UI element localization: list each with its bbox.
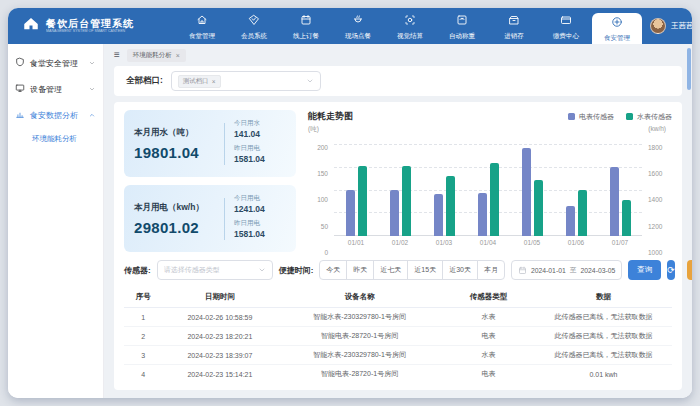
search-button[interactable]: 查询 [628,260,661,280]
table-header-row: 序号日期时间设备名称传感器类型数据 [124,288,672,308]
legend-swatch [626,113,633,120]
user-box[interactable]: 王茜茜，采购经理 ⋮ [642,8,692,44]
stat-card-electric: 本月用电（kw/h） 29801.02 今日用电 1241.04 昨日用电 15… [124,185,296,252]
chevron-up-icon [88,111,96,119]
app-logo-icon [22,15,40,37]
energy-chart: 能耗走势图 电表传感器水表传感器 (吨) 050100150200 01/010… [308,110,672,252]
device-icon [15,83,25,95]
table-cell: 此传感器已离线，无法获取数据 [535,350,672,360]
bar[interactable] [522,148,531,236]
app-subtitle: MANAGEMENT SYSTEM OF SMART CANTEEN [46,30,125,34]
stat-side-label: 今日用水 [234,119,286,128]
table-row[interactable]: 22024-02-23 18:20:21智能电表-28720-1号房间电表此传感… [124,327,672,346]
nav-item-vision[interactable]: 视觉结算 [384,8,436,44]
sidebar-subitem[interactable]: 环境能耗分析 [8,128,103,150]
nav-item-home[interactable]: 食堂管理 [176,8,228,44]
nav-item-member[interactable]: 会员系统 [228,8,280,44]
date-start: 2024-01-01 [531,267,566,274]
sidebar-item-shield[interactable]: 食堂安全管理 [8,50,103,76]
refresh-button[interactable]: ⟳ [667,260,675,280]
topbar-nav: 食堂管理会员系统线上订餐现场点餐视觉结算自动称重进销存缴费中心食安管理 [176,8,642,44]
date-separator: 至 [570,265,577,275]
bar[interactable] [490,163,499,236]
table-body: 12024-02-26 10:58:59智能水表-230329780-1号房间水… [124,308,672,382]
stat-side-label: 昨日用电 [234,219,286,228]
bar[interactable] [610,167,619,236]
quick-time-button[interactable]: 近30天 [442,260,478,280]
nav-item-inventory[interactable]: 进销存 [488,8,540,44]
sidebar-item-analysis[interactable]: 食安数据分析 [8,102,103,128]
right-axis-unit: (kw/h) [648,125,666,132]
quick-time-buttons: 今天昨天近七天近15天近30天本月 [319,260,505,280]
table-cell: 2 [124,333,162,340]
table-cell: 0.01 kwh [535,371,672,378]
quick-time-button[interactable]: 昨天 [346,260,374,280]
tab-close-icon[interactable]: × [176,52,180,59]
table-cell: 3 [124,352,162,359]
sidebar-collapse-icon[interactable]: ≡ [114,50,120,60]
chevron-down-icon [258,266,266,274]
bar[interactable] [446,176,455,236]
sensor-select[interactable]: 请选择传感器类型 [157,260,273,280]
stat-side-value: 141.04 [234,129,286,139]
main-panel: 本月用水（吨） 19801.04 今日用水 141.04 昨日用电 1581.0… [114,102,682,390]
bar[interactable] [402,166,411,236]
content: ≡ 环境能耗分析 × 全部档口: 测试档口 × [104,44,692,398]
legend-item[interactable]: 电表传感器 [568,112,614,122]
x-axis-label: 01/06 [554,236,598,248]
chart-plot [334,136,642,236]
nav-item-foodsafe[interactable]: 食安管理 [592,13,642,44]
bar[interactable] [358,166,367,236]
right-axis-tick: 1200 [648,222,662,229]
nav-item-order[interactable]: 线上订餐 [280,8,332,44]
bar[interactable] [622,200,631,236]
sidebar-item-device[interactable]: 设备管理 [8,76,103,102]
quick-time-button[interactable]: 近七天 [373,260,408,280]
table-cell: 2024-02-23 15:14:21 [162,371,277,378]
topbar: 餐饮后台管理系统 MANAGEMENT SYSTEM OF SMART CANT… [8,8,692,44]
bar[interactable] [434,194,443,236]
stat-card-water: 本月用水（吨） 19801.04 今日用水 141.04 昨日用电 1581.0… [124,110,296,177]
table-cell: 电表 [442,369,535,379]
bar[interactable] [390,190,399,236]
quick-time-button[interactable]: 近15天 [407,260,443,280]
table-cell: 电表 [442,331,535,341]
x-axis-label: 01/02 [378,236,422,248]
nav-item-dine[interactable]: 现场点餐 [332,8,384,44]
scrollbar[interactable] [687,46,691,396]
stat-value: 29801.02 [134,219,215,236]
nav-item-payment[interactable]: 缴费中心 [540,8,592,44]
tag-close-icon[interactable]: × [212,78,216,85]
quick-time-button[interactable]: 今天 [319,260,347,280]
date-range-input[interactable]: 2024-01-01 至 2024-03-05 [511,260,622,280]
table-cell: 此传感器已离线，无法获取数据 [535,331,672,341]
bar-group-01/06 [554,136,598,236]
table-cell: 水表 [442,350,535,360]
chevron-down-icon [88,85,96,93]
left-axis-tick: 50 [321,222,328,229]
stall-tag: 测试档口 × [178,75,221,88]
stall-select[interactable]: 测试档口 × [171,71,321,91]
chevron-down-icon [88,59,96,67]
table-cell: 2024-02-23 18:20:21 [162,333,277,340]
bar[interactable] [534,180,543,236]
open-tab-chip[interactable]: 环境能耗分析 × [127,49,186,62]
table-cell: 2024-02-26 10:58:59 [162,314,277,321]
legend-item[interactable]: 水表传感器 [626,112,672,122]
bar[interactable] [346,190,355,236]
avatar[interactable] [650,18,666,34]
table-row[interactable]: 42024-02-23 15:14:21智能电表-28720-1号房间电表0.0… [124,365,672,382]
table-row[interactable]: 12024-02-26 10:58:59智能水表-230329780-1号房间水… [124,308,672,327]
bar[interactable] [578,190,587,236]
bar[interactable] [566,206,575,236]
scrollbar-thumb[interactable] [687,48,691,90]
table-cell: 2024-02-23 18:39:07 [162,352,277,359]
bar[interactable] [478,193,487,236]
table-cell: 智能水表-230329780-1号房间 [277,350,441,360]
chart-x-labels: 01/0101/0201/0301/0401/0501/0601/07 [334,236,642,248]
stat-side-value: 1241.04 [234,204,286,214]
bar-group-01/01 [334,136,378,236]
quick-time-button[interactable]: 本月 [477,260,505,280]
nav-item-weigh[interactable]: 自动称重 [436,8,488,44]
table-row[interactable]: 32024-02-23 18:39:07智能水表-230329780-1号房间水… [124,346,672,365]
